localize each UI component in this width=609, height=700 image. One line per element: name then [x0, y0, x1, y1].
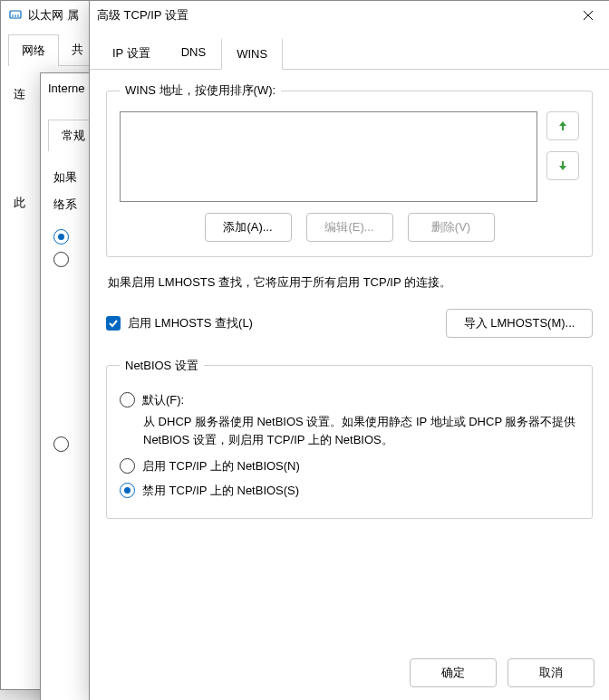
- tab-ip-settings[interactable]: IP 设置: [97, 37, 166, 69]
- move-down-button[interactable]: [546, 151, 579, 180]
- radio-dns-icon: [53, 436, 69, 452]
- add-button[interactable]: 添加(A)...: [205, 213, 292, 242]
- netbios-group: NetBIOS 设置 默认(F): 从 DHCP 服务器使用 NetBIOS 设…: [106, 358, 593, 519]
- radio-icon: [120, 458, 135, 474]
- arrow-up-icon: [556, 120, 569, 132]
- tab-wins[interactable]: WINS: [221, 38, 283, 70]
- radio-enable-netbios[interactable]: 启用 TCP/IP 上的 NetBIOS(N): [120, 458, 579, 474]
- cancel-button[interactable]: 取消: [508, 658, 594, 687]
- radio-default-desc: 从 DHCP 服务器使用 NetBIOS 设置。如果使用静态 IP 地址或 DH…: [143, 413, 579, 449]
- radio-manual-icon: [53, 252, 69, 267]
- tab-dns[interactable]: DNS: [166, 37, 221, 69]
- enable-lmhosts-label: 启用 LMHOSTS 查找(L): [128, 315, 253, 331]
- delete-button[interactable]: 删除(V): [408, 213, 495, 242]
- arrow-down-icon: [556, 159, 569, 172]
- wins-address-list[interactable]: [120, 111, 537, 202]
- netbios-group-label: NetBIOS 设置: [120, 358, 204, 374]
- close-button[interactable]: [567, 1, 609, 30]
- tab-network[interactable]: 网络: [8, 34, 59, 66]
- radio-auto-icon: [53, 229, 69, 245]
- enable-lmhosts-checkbox[interactable]: 启用 LMHOSTS 查找(L): [106, 315, 253, 331]
- wins-address-group: WINS 地址，按使用排序(W): 添加(A)... 编辑(E)... 删除(V…: [106, 82, 593, 257]
- radio-selected-icon: [120, 483, 135, 498]
- radio-default[interactable]: 默认(F):: [120, 392, 579, 408]
- radio-default-label: 默认(F):: [142, 392, 184, 408]
- ok-button[interactable]: 确定: [410, 658, 497, 687]
- radio-icon: [120, 392, 135, 408]
- move-up-button[interactable]: [546, 111, 579, 140]
- tab-strip: IP 设置 DNS WINS: [90, 37, 609, 70]
- radio-disable-label: 禁用 TCP/IP 上的 NetBIOS(S): [142, 483, 299, 498]
- radio-enable-label: 启用 TCP/IP 上的 NetBIOS(N): [142, 458, 300, 474]
- edit-button[interactable]: 编辑(E)...: [306, 213, 393, 242]
- lmhosts-note: 如果启用 LMHOSTS 查找，它将应用于所有启用 TCP/IP 的连接。: [108, 273, 591, 292]
- checkbox-checked-icon: [106, 316, 121, 331]
- ethernet-icon: [8, 7, 23, 24]
- dialog-title: 高级 TCP/IP 设置: [97, 7, 567, 24]
- close-icon: [583, 10, 594, 21]
- wins-group-label: WINS 地址，按使用排序(W):: [120, 82, 281, 99]
- advanced-tcpip-dialog: 高级 TCP/IP 设置 IP 设置 DNS WINS WINS 地址，按使用排…: [89, 0, 609, 700]
- import-lmhosts-button[interactable]: 导入 LMHOSTS(M)...: [446, 309, 593, 338]
- radio-disable-netbios[interactable]: 禁用 TCP/IP 上的 NetBIOS(S): [120, 483, 579, 498]
